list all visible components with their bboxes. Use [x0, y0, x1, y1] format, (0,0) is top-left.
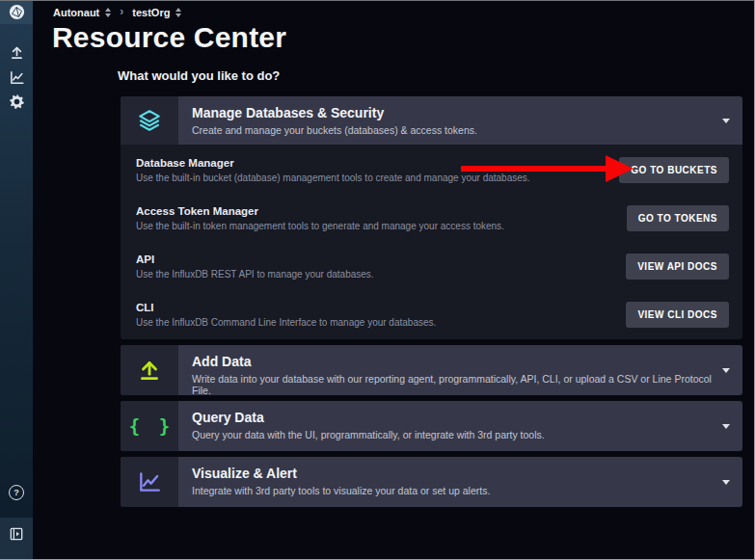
row-database-manager: Database Manager Use the built-in bucket…: [121, 146, 742, 194]
row-title: CLI: [136, 302, 436, 313]
sidebar: ?: [0, 0, 33, 560]
add-data-title: Add Data: [192, 354, 714, 369]
breadcrumb-org-label: testOrg: [132, 7, 170, 18]
row-access-token-manager: Access Token Manager Use the built-in to…: [121, 194, 742, 242]
row-access-token-text: Access Token Manager Use the built-in to…: [136, 205, 504, 231]
row-cli: CLI Use the InfluxDB Command Line Interf…: [121, 290, 742, 338]
expand-sidebar-icon: [10, 527, 23, 541]
influxdata-logo-icon: [9, 4, 25, 20]
page-title: Resource Center: [52, 21, 286, 54]
panel-manage-databases-security: Manage Databases & Security Create and m…: [121, 96, 742, 339]
panel-add-data: Add Data Write data into your database w…: [121, 345, 742, 395]
panel-header-add-data[interactable]: Add Data Write data into your database w…: [121, 345, 742, 395]
row-database-manager-text: Database Manager Use the built-in bucket…: [136, 157, 530, 183]
line-chart-icon: [137, 469, 162, 494]
manage-panel-title: Manage Databases & Security: [192, 105, 477, 120]
panel-header-query-data[interactable]: { } Query Data Query your data with the …: [121, 401, 742, 451]
breadcrumb-account-selector[interactable]: Autonaut: [53, 7, 111, 18]
query-data-title: Query Data: [192, 410, 545, 425]
breadcrumb-separator-icon: ›: [120, 5, 123, 18]
influxdata-logo[interactable]: [0, 0, 33, 24]
view-cli-docs-button[interactable]: VIEW CLI DOCS: [626, 302, 729, 328]
visualize-description: Integrate with 3rd party tools to visual…: [192, 485, 490, 496]
row-api: API Use the InfluxDB REST API to manage …: [121, 242, 742, 290]
chevron-down-icon[interactable]: [722, 368, 730, 373]
chevron-down-icon[interactable]: [722, 480, 730, 485]
row-title: Database Manager: [136, 157, 530, 169]
manage-header-text: Manage Databases & Security Create and m…: [178, 96, 506, 145]
sidebar-item-settings[interactable]: [0, 93, 33, 110]
query-data-icon-cell: { }: [121, 401, 178, 451]
add-data-description: Write data into your database with our r…: [192, 373, 714, 395]
settings-gear-icon: [9, 93, 25, 110]
chevron-down-icon[interactable]: [722, 119, 730, 123]
upload-icon: [9, 44, 25, 61]
row-api-text: API Use the InfluxDB REST API to manage …: [136, 253, 374, 280]
row-title: Access Token Manager: [136, 205, 504, 217]
account-switcher-caret-icon: [105, 8, 111, 17]
go-to-tokens-button[interactable]: GO TO TOKENS: [627, 205, 729, 231]
panel-visualize-alert: Visualize & Alert Integrate with 3rd par…: [121, 457, 742, 507]
row-description: Use the built-in token management tools …: [136, 221, 504, 231]
panel-header-manage[interactable]: Manage Databases & Security Create and m…: [121, 96, 742, 145]
sidebar-item-help[interactable]: ?: [0, 485, 33, 500]
chevron-down-icon[interactable]: [722, 424, 730, 429]
visualize-header-text: Visualize & Alert Integrate with 3rd par…: [178, 457, 519, 507]
panel-header-visualize[interactable]: Visualize & Alert Integrate with 3rd par…: [121, 457, 742, 507]
curly-braces-icon: { }: [129, 415, 174, 437]
layers-icon: [137, 108, 162, 133]
add-data-icon-cell: [121, 345, 178, 395]
resource-center-panels: Manage Databases & Security Create and m…: [121, 96, 742, 513]
manage-panel-description: Create and manage your buckets (database…: [192, 124, 477, 136]
breadcrumb-account-label: Autonaut: [53, 7, 99, 18]
breadcrumb: Autonaut › testOrg: [53, 6, 181, 19]
row-description: Use the built-in bucket (database) manag…: [136, 173, 530, 183]
help-icon: ?: [9, 485, 24, 500]
view-api-docs-button[interactable]: VIEW API DOCS: [626, 253, 729, 280]
row-description: Use the InfluxDB REST API to manage your…: [136, 269, 374, 280]
row-cli-text: CLI Use the InfluxDB Command Line Interf…: [136, 302, 436, 328]
manage-icon-cell: [121, 96, 178, 145]
add-data-header-text: Add Data Write data into your database w…: [178, 345, 742, 395]
panel-query-data: { } Query Data Query your data with the …: [121, 401, 742, 451]
go-to-buckets-button[interactable]: GO TO BUCKETS: [619, 157, 729, 183]
breadcrumb-org-selector[interactable]: testOrg: [132, 7, 181, 18]
upload-data-icon: [137, 358, 162, 383]
page-subtitle: What would you like to do?: [118, 68, 280, 83]
sidebar-item-data-explorer[interactable]: [0, 69, 33, 86]
graphs-icon: [9, 69, 25, 86]
row-title: API: [136, 253, 374, 265]
row-description: Use the InfluxDB Command Line Interface …: [136, 317, 436, 328]
sidebar-expand-toggle[interactable]: [0, 518, 33, 560]
manage-panel-body: Database Manager Use the built-in bucket…: [121, 145, 742, 339]
org-switcher-caret-icon: [175, 8, 181, 17]
visualize-icon-cell: [121, 457, 178, 507]
visualize-title: Visualize & Alert: [192, 466, 490, 481]
sidebar-item-load-data[interactable]: [0, 44, 33, 61]
query-data-header-text: Query Data Query your data with the UI, …: [178, 401, 574, 451]
query-data-description: Query your data with the UI, programmati…: [192, 429, 545, 440]
